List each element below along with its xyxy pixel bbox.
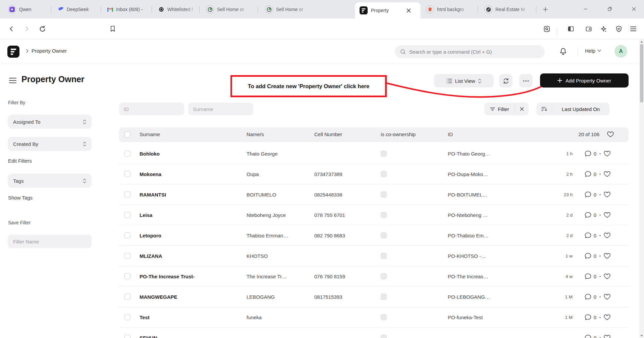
tab-property-active[interactable]: Property: [355, 2, 421, 18]
cell-surname[interactable]: MLIZANA: [140, 253, 162, 259]
add-property-owner-button[interactable]: Add Property Owner: [540, 73, 629, 88]
leo-ai-button[interactable]: [599, 24, 608, 34]
heart-icon[interactable]: [604, 335, 610, 338]
wallet-button[interactable]: [584, 24, 593, 34]
table-row[interactable]: Bohloko Thato George PO-Thato Georg… 1 h…: [119, 144, 629, 164]
heart-icon[interactable]: [604, 151, 610, 157]
table-row[interactable]: Letoporo Thabiso Emman… 082 790 8683 PO-…: [119, 225, 629, 246]
tab-sell-home-1[interactable]: Sell Home or: [206, 4, 252, 15]
heart-icon[interactable]: [604, 232, 610, 239]
scroll-up-arrow[interactable]: [639, 39, 644, 44]
filter-name-input[interactable]: [8, 235, 92, 248]
row-checkbox[interactable]: [124, 191, 130, 198]
browser-menu-button[interactable]: [629, 24, 638, 34]
comment-icon[interactable]: [585, 253, 591, 259]
list-view-selector[interactable]: List View: [434, 74, 494, 88]
app-logo[interactable]: [7, 46, 19, 58]
sidebar-toggle-button[interactable]: [9, 77, 17, 83]
page-scrollbar[interactable]: [639, 39, 644, 338]
comment-icon[interactable]: [585, 232, 591, 239]
table-row[interactable]: PO-The Increase Trust- The Increase Tr… …: [119, 266, 629, 287]
heart-icon[interactable]: [604, 212, 610, 218]
row-checkbox[interactable]: [124, 335, 130, 338]
reload-button[interactable]: [38, 24, 47, 34]
row-checkbox[interactable]: [124, 151, 130, 157]
row-checkbox[interactable]: [124, 232, 130, 238]
row-checkbox[interactable]: [124, 212, 130, 218]
search-in-page-button[interactable]: [542, 24, 551, 34]
tab-deepseek[interactable]: DeepSeek: [58, 4, 97, 15]
column-header-cell-number[interactable]: Cell Number: [314, 131, 342, 137]
notifications-button[interactable]: [559, 48, 567, 55]
comment-icon[interactable]: [585, 212, 591, 218]
tags-dropdown[interactable]: Tags: [8, 174, 92, 188]
breadcrumb[interactable]: Property Owner: [32, 48, 67, 54]
heart-icon[interactable]: [604, 191, 610, 198]
column-header-co-ownership[interactable]: is co-ownership: [381, 131, 416, 137]
edit-filters-link[interactable]: Edit Filters: [8, 158, 32, 164]
select-all-checkbox[interactable]: [124, 131, 130, 137]
global-search-input[interactable]: [409, 49, 533, 55]
heart-icon[interactable]: [604, 273, 610, 280]
heart-icon[interactable]: [604, 294, 610, 300]
comment-icon[interactable]: [585, 191, 591, 198]
minimize-button[interactable]: [580, 4, 591, 14]
filter-button[interactable]: Filter: [484, 103, 515, 115]
row-checkbox[interactable]: [124, 171, 130, 177]
cell-surname[interactable]: RAMANTSI: [140, 192, 166, 198]
comment-icon[interactable]: [585, 171, 591, 177]
cell-surname[interactable]: Letoporo: [140, 233, 161, 238]
assigned-to-dropdown[interactable]: Assigned To: [8, 115, 92, 129]
close-window-button[interactable]: [628, 4, 640, 14]
table-row[interactable]: Test funeka PO-funeka-Test 1 M 0: [119, 307, 629, 328]
comment-icon[interactable]: [585, 314, 591, 321]
sort-direction-button[interactable]: [536, 103, 552, 115]
row-checkbox[interactable]: [124, 253, 130, 259]
heart-icon[interactable]: [604, 314, 610, 321]
heart-icon[interactable]: [604, 253, 610, 259]
table-row[interactable]: RAMANTSI BOITUMELO 0825448338 PO-BOITUME…: [119, 184, 629, 205]
more-options-button[interactable]: [519, 74, 533, 88]
table-row[interactable]: Mokoena Oupa 0734737389 PO-Oupa-Moko… 2 …: [119, 164, 629, 184]
cell-surname[interactable]: MANGWEGAPE: [140, 294, 177, 300]
sort-field-button[interactable]: Last Updated On: [552, 103, 609, 115]
show-tags-link[interactable]: Show Tags: [8, 195, 33, 201]
liked-filter-button[interactable]: [607, 131, 614, 137]
tab-html-backgro[interactable]: html backgro: [426, 4, 473, 15]
tab-qwen[interactable]: Qwen: [8, 4, 48, 15]
table-row[interactable]: MLIZANA KHOTSO PO-KHOTSO -… 1 w 0: [119, 246, 629, 266]
row-checkbox[interactable]: [124, 273, 130, 279]
avatar[interactable]: A: [614, 45, 627, 58]
column-header-id[interactable]: ID: [448, 131, 453, 137]
tab-real-estate[interactable]: Real Estate M: [484, 4, 531, 15]
id-search-input[interactable]: [119, 103, 184, 115]
tab-sell-home-2[interactable]: Sell Home or: [265, 4, 311, 15]
comment-icon[interactable]: [585, 273, 591, 280]
bookmark-button[interactable]: [108, 24, 117, 34]
row-checkbox[interactable]: [124, 294, 130, 300]
cell-surname[interactable]: Leisa: [140, 212, 152, 218]
cell-surname[interactable]: Test: [140, 315, 150, 320]
scrollbar-thumb[interactable]: [640, 44, 643, 103]
table-row[interactable]: Leisa Nteboheng Joyce 078 755 6701 PO-Nt…: [119, 205, 629, 225]
comment-icon[interactable]: [585, 151, 591, 157]
row-checkbox[interactable]: [124, 314, 130, 320]
column-header-surname[interactable]: Surname: [140, 131, 160, 137]
comment-icon[interactable]: [585, 335, 591, 338]
column-header-name[interactable]: Name/s: [247, 131, 264, 137]
cell-surname[interactable]: PO-The Increase Trust-: [140, 274, 195, 279]
cell-surname[interactable]: Mokoena: [140, 171, 161, 177]
created-by-dropdown[interactable]: Created By: [8, 137, 92, 151]
heart-icon[interactable]: [604, 171, 610, 177]
vpn-shield-button[interactable]: [614, 24, 624, 34]
forward-button[interactable]: [22, 24, 32, 34]
help-menu[interactable]: Help: [585, 48, 601, 54]
scroll-down-arrow[interactable]: [639, 333, 644, 338]
cell-surname[interactable]: SEHUN: [140, 335, 157, 338]
table-row[interactable]: SEHUN 0: [119, 328, 629, 338]
table-row[interactable]: MANGWEGAPE LEBOGANG 0817515393 PO-LEBOGA…: [119, 287, 629, 307]
tab-whitelisted[interactable]: Whitelisted f: [158, 4, 198, 15]
clear-filter-button[interactable]: [515, 103, 529, 115]
close-tab-icon[interactable]: [407, 8, 411, 13]
global-search[interactable]: [395, 45, 545, 58]
